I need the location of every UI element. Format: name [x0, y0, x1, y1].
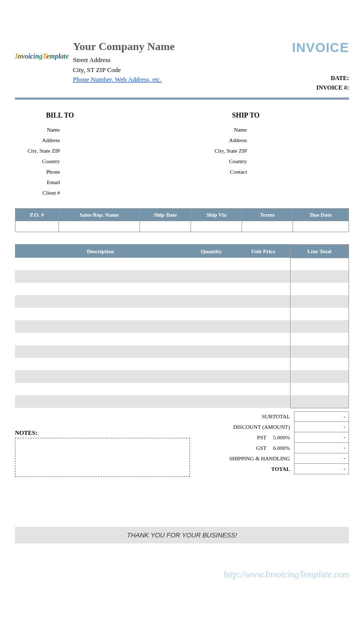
- bill-to-phone-label: Phone: [15, 167, 60, 177]
- item-row: [15, 333, 349, 345]
- total-label: TOTAL: [190, 466, 294, 472]
- desc-cell[interactable]: [15, 395, 186, 408]
- pst-rate: 5.000%: [266, 434, 294, 440]
- item-row: [15, 283, 349, 295]
- price-cell[interactable]: [236, 383, 290, 395]
- item-row: [15, 395, 349, 408]
- qty-cell[interactable]: [186, 383, 236, 395]
- qty-cell[interactable]: [186, 370, 236, 383]
- pst-value: -: [294, 432, 349, 443]
- bill-to-name-label: Name: [15, 125, 60, 135]
- ship-to-name-label: Name: [182, 125, 247, 135]
- price-cell[interactable]: [236, 295, 290, 308]
- price-cell[interactable]: [236, 308, 290, 320]
- subtotal-row: SUBTOTAL -: [190, 411, 349, 422]
- thanks-bar: THANK YOU FOR YOUR BUSINESS!: [15, 527, 349, 543]
- quantity-header: Quantity: [186, 244, 236, 258]
- shipvia-cell[interactable]: [191, 221, 242, 232]
- qty-cell[interactable]: [186, 395, 236, 408]
- notes-box[interactable]: [15, 438, 190, 477]
- rep-header: Sales Rep. Name: [58, 208, 140, 221]
- desc-cell[interactable]: [15, 308, 186, 320]
- addresses: BILL TO Name Address City, State ZIP Cou…: [15, 112, 349, 198]
- shipdate-cell[interactable]: [140, 221, 191, 232]
- ship-to-address-label: Address: [182, 135, 247, 146]
- discount-row: DISCOUNT (AMOUNT) -: [190, 422, 349, 432]
- price-cell[interactable]: [236, 320, 290, 333]
- total-cell: [290, 358, 349, 370]
- price-cell[interactable]: [236, 270, 290, 283]
- shipping-value: -: [294, 453, 349, 464]
- qty-cell[interactable]: [186, 295, 236, 308]
- info-header-row: P.O. # Sales Rep. Name Ship Date Ship Vi…: [16, 208, 349, 221]
- ship-to-citystate-label: City, State ZIP: [182, 146, 247, 156]
- due-header: Due Date: [292, 208, 348, 221]
- company-contact-link[interactable]: Phone Number, Web Address, etc.: [73, 76, 162, 83]
- company-name: Your Company Name: [73, 40, 292, 53]
- subtotal-label: SUBTOTAL: [190, 413, 294, 419]
- price-cell[interactable]: [236, 358, 290, 370]
- items-table: Description Quantity Unit Price Line Tot…: [15, 244, 349, 408]
- gst-value: -: [294, 443, 349, 453]
- total-cell: [290, 258, 349, 270]
- total-cell: [290, 270, 349, 283]
- item-row: [15, 308, 349, 320]
- po-cell[interactable]: [16, 221, 59, 232]
- terms-cell[interactable]: [242, 221, 293, 232]
- desc-cell[interactable]: [15, 295, 186, 308]
- item-row: [15, 295, 349, 308]
- info-data-row: [16, 221, 349, 232]
- price-cell[interactable]: [236, 370, 290, 383]
- unit-price-header: Unit Price: [236, 244, 290, 258]
- rep-cell[interactable]: [58, 221, 140, 232]
- price-cell[interactable]: [236, 283, 290, 295]
- total-cell: [290, 395, 349, 408]
- desc-cell[interactable]: [15, 320, 186, 333]
- company-street: Street Address: [73, 55, 292, 65]
- price-cell[interactable]: [236, 345, 290, 358]
- shipdate-header: Ship Date: [140, 208, 191, 221]
- logo: InvoicingTemplate: [15, 53, 69, 61]
- desc-cell[interactable]: [15, 345, 186, 358]
- info-table: P.O. # Sales Rep. Name Ship Date Ship Vi…: [15, 208, 349, 232]
- desc-cell[interactable]: [15, 283, 186, 295]
- item-row: [15, 383, 349, 395]
- items-header-row: Description Quantity Unit Price Line Tot…: [15, 244, 349, 258]
- line-total-header: Line Total: [290, 244, 349, 258]
- desc-cell[interactable]: [15, 370, 186, 383]
- discount-value: -: [294, 422, 349, 432]
- subtotal-value: -: [294, 411, 349, 422]
- ship-to-heading: SHIP TO: [182, 112, 349, 120]
- item-row: [15, 370, 349, 383]
- price-cell[interactable]: [236, 258, 290, 270]
- bill-to-country-label: Country: [15, 156, 60, 167]
- notes-label: NOTES:: [15, 429, 190, 437]
- desc-cell[interactable]: [15, 333, 186, 345]
- total-cell: [290, 295, 349, 308]
- bill-to-client-label: Client #: [15, 188, 60, 198]
- desc-cell[interactable]: [15, 358, 186, 370]
- description-header: Description: [15, 244, 186, 258]
- due-cell[interactable]: [292, 221, 348, 232]
- total-cell: [290, 308, 349, 320]
- qty-cell[interactable]: [186, 320, 236, 333]
- desc-cell[interactable]: [15, 270, 186, 283]
- qty-cell[interactable]: [186, 258, 236, 270]
- invoice-title-block: INVOICE DATE: INVOICE #:: [292, 40, 349, 93]
- shipping-label: SHIPPING & HANDLING: [190, 455, 294, 461]
- desc-cell[interactable]: [15, 258, 186, 270]
- qty-cell[interactable]: [186, 283, 236, 295]
- notes-column: NOTES:: [15, 411, 190, 477]
- price-cell[interactable]: [236, 333, 290, 345]
- price-cell[interactable]: [236, 395, 290, 408]
- item-row: [15, 320, 349, 333]
- qty-cell[interactable]: [186, 308, 236, 320]
- pst-label: PST: [190, 434, 266, 440]
- bill-to-column: BILL TO Name Address City, State ZIP Cou…: [15, 112, 182, 198]
- qty-cell[interactable]: [186, 270, 236, 283]
- desc-cell[interactable]: [15, 383, 186, 395]
- meta-labels: DATE: INVOICE #:: [292, 74, 349, 93]
- qty-cell[interactable]: [186, 333, 236, 345]
- qty-cell[interactable]: [186, 345, 236, 358]
- qty-cell[interactable]: [186, 358, 236, 370]
